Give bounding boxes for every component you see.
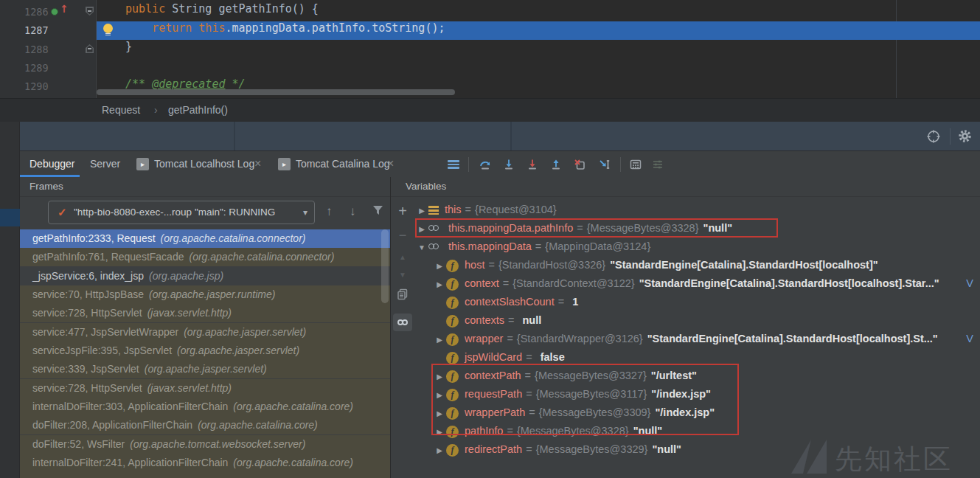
frame-row[interactable]: getPathInfo:761, RequestFacade(org.apach…	[20, 248, 390, 266]
frame-location: serviceJspFile:395, JspServlet	[32, 344, 172, 356]
watermark-logo-icon	[790, 440, 827, 474]
view-truncated-link[interactable]: V	[962, 330, 973, 348]
variable-row[interactable]: ▶fhost={StandardHost@3326}"StandardEngin…	[414, 256, 980, 274]
frame-row[interactable]: serviceJspFile:395, JspServlet(org.apach…	[20, 342, 390, 360]
view-truncated-link[interactable]: V	[962, 274, 973, 293]
frame-row[interactable]: service:339, JspServlet(org.apache.jaspe…	[20, 360, 390, 378]
show-watches-button[interactable]	[393, 314, 412, 331]
breadcrumb-class[interactable]: Request	[102, 99, 140, 122]
watch-row[interactable]: ▼this.mappingData={MappingData@3124}	[414, 238, 980, 256]
move-watch-up-button[interactable]: ▲	[391, 253, 414, 261]
fold-end-icon[interactable]	[86, 44, 94, 53]
variable-row[interactable]: fjspWildCard=false	[414, 348, 980, 367]
variable-row[interactable]: ▶this={Request@3104}	[414, 201, 980, 219]
variable-row[interactable]: ▶fwrapper={StandardWrapper@3126}"Standar…	[414, 330, 980, 348]
breadcrumb-method[interactable]: getPathInfo()	[168, 99, 228, 122]
fold-start-icon[interactable]	[86, 7, 94, 15]
close-icon[interactable]: ×	[387, 151, 394, 177]
drop-frame-button[interactable]	[574, 159, 585, 170]
tab-tomcat-localhost-log[interactable]: Tomcat Localhost Log	[154, 151, 254, 177]
variable-name: jspWildCard	[465, 351, 522, 363]
equals-sign: =	[525, 370, 531, 381]
variable-value: "StandardEngine[Catalina].StandardHost[l…	[639, 277, 939, 289]
move-watch-down-button[interactable]: ▼	[391, 271, 414, 279]
expand-icon[interactable]: ▶	[434, 330, 445, 348]
frame-row[interactable]: service:477, JspServletWrapper(org.apach…	[20, 323, 390, 342]
variables-panel-title: Variables	[406, 177, 446, 196]
horizontal-scrollbar[interactable]	[97, 89, 455, 95]
watch-glasses-icon	[428, 224, 442, 233]
code-editor: 1286 1287 1288 1289 1290 ↑ public String…	[0, 0, 980, 98]
frame-row[interactable]: doFilter:208, ApplicationFilterChain(org…	[20, 416, 390, 434]
frame-location: service:477, JspServletWrapper	[32, 326, 178, 338]
add-watch-button[interactable]: +	[391, 203, 414, 220]
equals-sign: =	[508, 314, 514, 326]
intention-bulb-icon[interactable]	[103, 24, 113, 33]
expand-icon[interactable]: ▶	[434, 404, 445, 422]
frame-location: _jspService:6, index_jsp	[32, 270, 144, 282]
expand-icon[interactable]: ▶	[417, 201, 427, 219]
collapse-icon[interactable]: ▼	[417, 238, 427, 256]
variable-row[interactable]: fcontexts=null	[414, 311, 980, 330]
variable-reference: {MessageBytes@3328}	[517, 425, 629, 437]
frames-scrollbar[interactable]	[381, 229, 389, 303]
variable-row[interactable]: ▶fwrapperPath={MessageBytes@3309}"/index…	[414, 403, 980, 422]
evaluate-expression-button[interactable]	[630, 159, 642, 170]
expand-icon[interactable]: ▶	[434, 386, 445, 403]
prev-frame-button[interactable]: ↑	[326, 203, 333, 221]
step-over-button[interactable]	[479, 159, 491, 170]
duplicate-watch-button[interactable]	[397, 288, 409, 300]
variable-row[interactable]: ▶frequestPath={MessageBytes@3117}"/index…	[414, 385, 980, 403]
expand-icon[interactable]: ▶	[434, 257, 445, 274]
expand-icon[interactable]: ▶	[434, 275, 445, 293]
frame-package: (org.apache.catalina.connector)	[189, 251, 334, 263]
next-frame-button[interactable]: ↓	[350, 203, 356, 221]
expand-icon[interactable]: ▶	[434, 367, 445, 385]
frame-row[interactable]: service:728, HttpServlet(javax.servlet.h…	[20, 304, 390, 322]
frame-package: (javax.servlet.http)	[147, 382, 232, 394]
frame-row[interactable]: doFilter:52, WsFilter(org.apache.tomcat.…	[20, 435, 390, 454]
layout-settings-icon[interactable]	[652, 159, 664, 170]
tab-tomcat-catalina-log[interactable]: Tomcat Catalina Log	[296, 151, 390, 177]
variable-row[interactable]: ▶fcontextPath={MessageBytes@3327}"/urlte…	[414, 367, 980, 385]
run-to-cursor-button[interactable]	[599, 159, 611, 170]
frame-row[interactable]: service:70, HttpJspBase(org.apache.jaspe…	[20, 285, 390, 304]
close-icon[interactable]: ×	[254, 151, 261, 177]
field-icon: f	[446, 352, 459, 364]
console-icon: ▸	[278, 158, 291, 170]
gear-icon[interactable]	[958, 129, 972, 143]
layout-menu-icon[interactable]	[448, 160, 459, 169]
frame-row[interactable]: getPathInfo:2333, Request(org.apache.cat…	[20, 229, 390, 248]
hide-frames-filter-icon[interactable]	[372, 205, 383, 215]
equals-sign: =	[465, 204, 471, 215]
variable-row[interactable]: ▶fcontext={StandardContext@3122}"Standar…	[414, 274, 980, 293]
navigate-target-icon[interactable]	[926, 129, 941, 144]
expand-icon[interactable]: ▶	[434, 441, 445, 459]
variable-row[interactable]: fcontextSlashCount=1	[414, 293, 980, 311]
step-out-button[interactable]	[550, 159, 562, 170]
remove-watch-button[interactable]: −	[391, 228, 414, 243]
line-number: 1288	[24, 44, 49, 55]
variable-reference: {StandardContext@3122}	[512, 277, 634, 289]
equals-sign: =	[507, 425, 512, 437]
thread-dropdown[interactable]: ✓ "http-bio-8080-exec-...roup "main": RU…	[48, 201, 315, 224]
tool-window-stripe-active[interactable]	[0, 209, 20, 226]
variable-value: "StandardEngine[Catalina].StandardHost[l…	[610, 259, 878, 271]
tab-server[interactable]: Server	[90, 151, 120, 177]
frame-location: service:728, HttpServlet	[32, 382, 142, 394]
variable-reference: {MessageBytes@3329}	[536, 443, 648, 455]
variable-reference: {MappingData@3124}	[545, 240, 650, 252]
code-line-1287: return this.mappingData.pathInfo.toStrin…	[97, 21, 445, 40]
frame-row[interactable]: service:728, HttpServlet(javax.servlet.h…	[20, 379, 390, 398]
watch-row[interactable]: ▶this.mappingData.pathInfo={MessageBytes…	[414, 219, 980, 238]
force-step-into-button[interactable]	[527, 159, 538, 170]
frame-row[interactable]: internalDoFilter:303, ApplicationFilterC…	[20, 398, 390, 416]
frame-row[interactable]: _jspService:6, index_jsp(org.apache.jsp)	[20, 267, 390, 285]
field-icon: f	[446, 426, 459, 438]
override-method-gutter-icon[interactable]	[51, 8, 58, 15]
step-into-button[interactable]	[503, 159, 515, 170]
frame-row[interactable]: internalDoFilter:241, ApplicationFilterC…	[20, 454, 390, 478]
expand-icon[interactable]: ▶	[434, 423, 445, 440]
expand-icon[interactable]: ▶	[417, 220, 427, 238]
tab-debugger[interactable]: Debugger	[29, 151, 75, 177]
